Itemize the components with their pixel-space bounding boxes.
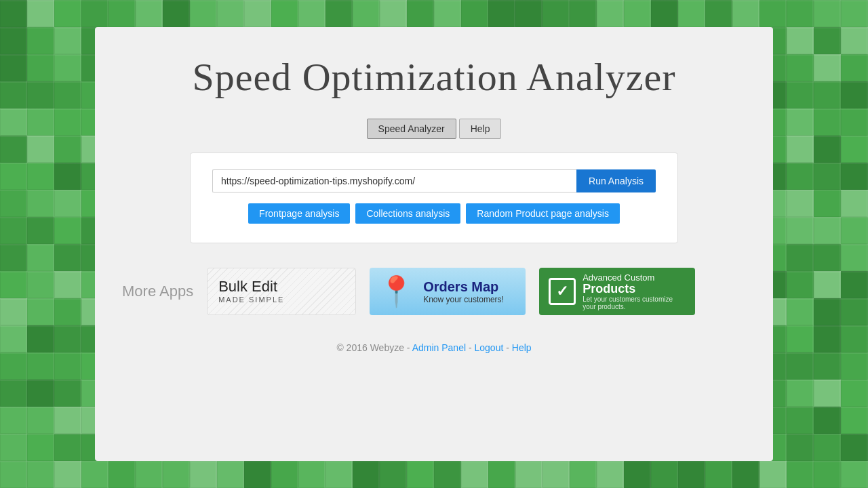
advanced-custom-text: Advanced Custom Products Let your custom… (583, 272, 686, 311)
advanced-subtitle: Let your customers customize your produc… (583, 296, 686, 310)
map-icon: 📍 (378, 277, 415, 306)
edit-normal: Edit (252, 278, 277, 295)
tab-speed-analyzer[interactable]: Speed Analyzer (367, 119, 456, 139)
more-apps-label: More Apps (122, 283, 193, 300)
orders-map-text: Orders Map Know your customers! (423, 279, 504, 304)
collections-analysis-button[interactable]: Collections analysis (355, 203, 460, 224)
run-analysis-button[interactable]: Run Analysis (576, 169, 656, 192)
logout-link[interactable]: Logout (475, 342, 504, 353)
analysis-buttons: Frontpage analysis Collections analysis … (248, 203, 620, 224)
url-row: Run Analysis (212, 169, 656, 192)
copyright-text: © 2016 Webyze - (336, 342, 410, 353)
page-title: Speed Optimization Analyzer (192, 54, 675, 100)
bulk-edit-title: Bulk Edit (218, 279, 277, 294)
footer: © 2016 Webyze - Admin Panel - Logout - H… (336, 342, 531, 353)
analysis-card: Run Analysis Frontpage analysis Collecti… (190, 152, 678, 243)
orders-map-subtitle: Know your customers! (423, 295, 504, 304)
footer-separator-2: - (506, 342, 512, 353)
help-link[interactable]: Help (512, 342, 532, 353)
advanced-title-main: Products (583, 283, 686, 296)
footer-separator-1: - (469, 342, 475, 353)
orders-map-title: Orders Map (423, 279, 504, 295)
tab-bar: Speed Analyzer Help (367, 119, 502, 139)
advanced-check-icon: ✓ (549, 278, 576, 305)
app-bulk-edit[interactable]: Bulk Edit MADE SIMPLE (207, 268, 356, 315)
frontpage-analysis-button[interactable]: Frontpage analysis (248, 203, 350, 224)
url-input[interactable] (212, 169, 576, 192)
bulk-bold: Bulk (218, 278, 252, 295)
more-apps-section: More Apps Bulk Edit MADE SIMPLE 📍 Orders… (122, 268, 746, 315)
advanced-title-top: Advanced Custom (583, 272, 686, 283)
tab-help[interactable]: Help (459, 119, 502, 139)
bulk-edit-subtitle: MADE SIMPLE (218, 296, 284, 304)
random-product-analysis-button[interactable]: Random Product page analysis (466, 203, 620, 224)
admin-panel-link[interactable]: Admin Panel (412, 342, 466, 353)
main-card: Speed Optimization Analyzer Speed Analyz… (95, 27, 773, 461)
app-advanced-custom[interactable]: ✓ Advanced Custom Products Let your cust… (539, 268, 695, 315)
app-orders-map[interactable]: 📍 Orders Map Know your customers! (370, 268, 526, 315)
